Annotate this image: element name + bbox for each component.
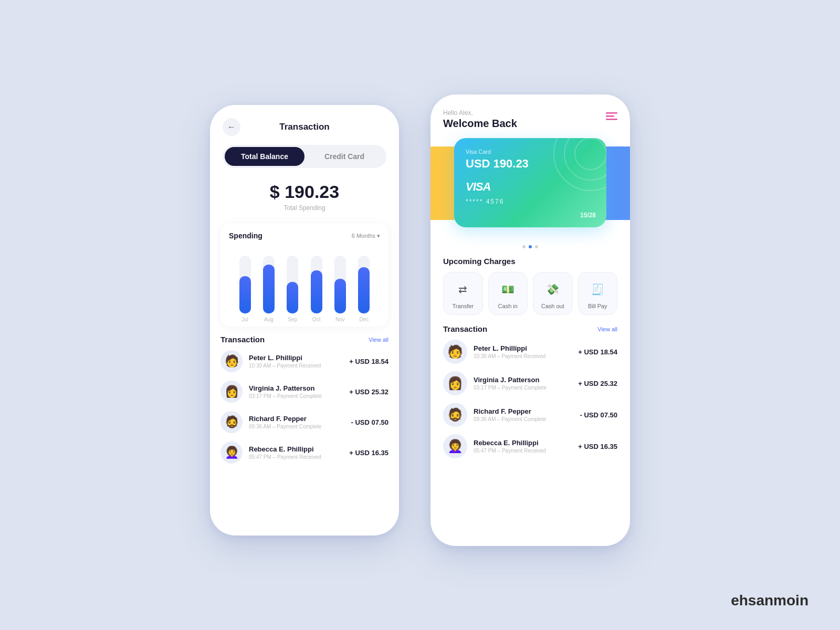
card-expiry: 15/28 xyxy=(580,212,596,219)
tx-time: 10:30 AM – Payment Received xyxy=(249,363,349,369)
action-btn-transfer[interactable]: ⇄ Transfer xyxy=(443,272,483,315)
chart-bars xyxy=(229,245,380,313)
tx-amount: + USD 16.35 xyxy=(349,449,388,457)
cash in-icon: 💵 xyxy=(498,280,517,299)
upcoming-charges-title: Upcoming Charges xyxy=(443,257,617,266)
menu-icon[interactable] xyxy=(606,110,617,124)
left-tx-item-1: 👩 Virginia J. Patterson 03:17 PM – Payme… xyxy=(220,381,388,403)
right-content: Hello Alex, Welcome Back xyxy=(430,94,630,546)
balance-amount: $ 190.23 xyxy=(210,182,399,202)
watermark: ehsanmoin xyxy=(731,592,808,609)
chart-bar-Aug xyxy=(263,256,275,313)
card-dot-1[interactable] xyxy=(522,245,526,248)
tx-name: Rebecca E. Phillippi xyxy=(249,445,349,453)
bill pay-icon: 🧾 xyxy=(588,280,607,299)
balance-section: $ 190.23 Total Spending xyxy=(210,176,399,215)
tx-time: 03:17 PM – Payment Complete xyxy=(249,393,349,399)
svg-point-3 xyxy=(554,138,606,191)
action-btn-cash-in[interactable]: 💵 Cash in xyxy=(488,272,528,315)
actions-row: ⇄ Transfer 💵 Cash in 💸 Cash out 🧾 Bill P… xyxy=(443,272,617,315)
greeting-block: Hello Alex, Welcome Back xyxy=(443,109,517,138)
chart-header: Spending 6 Months ▾ xyxy=(229,232,380,240)
back-button[interactable]: ← xyxy=(223,118,240,136)
page-title: Transaction xyxy=(279,122,329,132)
action-label: Bill Pay xyxy=(588,303,607,309)
chart-label-Oct: Oct xyxy=(311,317,322,322)
right-header-row: Hello Alex, Welcome Back xyxy=(443,109,617,138)
right-tx-name: Rebecca E. Phillippi xyxy=(474,439,578,447)
greeting-big: Welcome Back xyxy=(443,118,517,130)
transactions-list: 🧑 Peter L. Phillippi 10:30 AM – Payment … xyxy=(220,350,388,464)
chart-label-Sep: Sep xyxy=(287,317,298,322)
right-tx-info: Virginia J. Patterson 03:17 PM – Payment… xyxy=(474,376,578,391)
tx-info: Peter L. Phillippi 10:30 AM – Payment Re… xyxy=(249,354,349,369)
transaction-section: Transaction View all 🧑 Peter L. Phillipp… xyxy=(210,335,399,464)
left-phone: ← Transaction Total Balance Credit Card … xyxy=(210,105,399,536)
left-tx-item-2: 🧔 Richard F. Pepper 09:36 AM – Payment C… xyxy=(220,411,388,433)
right-tx-info: Rebecca E. Phillippi 05:47 PM – Payment … xyxy=(474,439,578,454)
tab-row: Total Balance Credit Card xyxy=(223,145,386,168)
right-section-title: Transaction xyxy=(443,324,487,333)
right-avatar: 🧔 xyxy=(443,403,467,427)
right-tx-amount: + USD 18.54 xyxy=(578,348,617,356)
right-tx-item-2: 🧔 Richard F. Pepper 09:36 AM – Payment C… xyxy=(443,403,617,427)
tx-time: 05:47 PM – Payment Received xyxy=(249,454,349,460)
right-tx-item-3: 👩‍🦱 Rebecca E. Phillippi 05:47 PM – Paym… xyxy=(443,434,617,458)
right-tx-info: Richard F. Pepper 09:36 AM – Payment Com… xyxy=(474,407,580,422)
right-phone: Hello Alex, Welcome Back xyxy=(430,94,630,546)
svg-rect-1 xyxy=(606,116,614,117)
right-tx-time: 09:36 AM – Payment Complete xyxy=(474,416,580,422)
tx-name: Virginia J. Patterson xyxy=(249,384,349,392)
card-dot-3[interactable] xyxy=(535,245,538,248)
chart-bar-Sep xyxy=(287,256,298,313)
right-section-header: Transaction View all xyxy=(443,324,617,333)
left-tx-item-0: 🧑 Peter L. Phillippi 10:30 AM – Payment … xyxy=(220,350,388,372)
view-all-link[interactable]: View all xyxy=(369,337,388,343)
card-dots xyxy=(443,245,617,248)
tx-time: 09:36 AM – Payment Complete xyxy=(249,424,351,429)
tx-info: Virginia J. Patterson 03:17 PM – Payment… xyxy=(249,384,349,399)
card-container: Visa Card USD 190.23 VISA ***** 4576 15/… xyxy=(443,138,617,238)
section-title: Transaction xyxy=(220,335,265,344)
tx-name: Richard F. Pepper xyxy=(249,415,351,423)
right-avatar: 👩 xyxy=(443,371,467,395)
spending-chart-card: Spending 6 Months ▾ JulAugSepOctNovDec xyxy=(220,223,388,327)
right-transactions-list: 🧑 Peter L. Phillippi 10:30 AM – Payment … xyxy=(443,340,617,458)
right-tx-time: 10:30 AM – Payment Received xyxy=(474,353,578,359)
chart-label-Aug: Aug xyxy=(263,317,275,322)
right-avatar: 👩‍🦱 xyxy=(443,434,467,458)
chart-title: Spending xyxy=(229,232,262,240)
tx-info: Rebecca E. Phillippi 05:47 PM – Payment … xyxy=(249,445,349,460)
section-header: Transaction View all xyxy=(220,335,388,344)
action-label: Cash in xyxy=(498,303,518,309)
svg-rect-0 xyxy=(606,112,617,114)
card-dot-2[interactable] xyxy=(529,245,532,248)
tab-credit-card[interactable]: Credit Card xyxy=(304,147,384,166)
right-tx-amount: - USD 07.50 xyxy=(580,411,617,419)
avatar: 👩‍🦱 xyxy=(220,442,243,464)
tab-total-balance[interactable]: Total Balance xyxy=(225,147,304,166)
right-tx-amount: + USD 16.35 xyxy=(578,443,617,450)
action-label: Transfer xyxy=(452,303,474,309)
chart-filter[interactable]: 6 Months ▾ xyxy=(352,233,380,239)
action-label: Cash out xyxy=(541,303,564,309)
action-btn-cash-out[interactable]: 💸 Cash out xyxy=(533,272,573,315)
visa-card[interactable]: Visa Card USD 190.23 VISA ***** 4576 15/… xyxy=(454,138,606,227)
right-tx-name: Richard F. Pepper xyxy=(474,407,580,415)
transfer-icon: ⇄ xyxy=(454,280,472,299)
chart-labels: JulAugSepOctNovDec xyxy=(229,313,380,322)
right-view-all-link[interactable]: View all xyxy=(597,326,617,332)
tx-amount: + USD 25.32 xyxy=(349,388,388,396)
balance-label: Total Spending xyxy=(210,204,399,212)
right-tx-name: Peter L. Phillippi xyxy=(474,344,578,352)
svg-rect-2 xyxy=(606,119,617,120)
action-btn-bill-pay[interactable]: 🧾 Bill Pay xyxy=(578,272,618,315)
svg-point-4 xyxy=(564,138,606,180)
chart-bar-Nov xyxy=(334,256,346,313)
tx-info: Richard F. Pepper 09:36 AM – Payment Com… xyxy=(249,415,351,429)
greeting-small: Hello Alex, xyxy=(443,109,517,117)
avatar: 🧑 xyxy=(220,350,243,372)
avatar: 👩 xyxy=(220,381,243,403)
right-tx-name: Virginia J. Patterson xyxy=(474,376,578,384)
right-tx-amount: + USD 25.32 xyxy=(578,380,617,387)
